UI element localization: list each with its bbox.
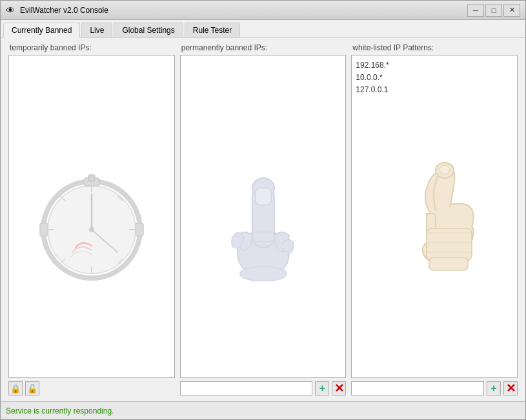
whitelist-input[interactable]	[351, 381, 484, 395]
status-bar: Service is currently responding.	[1, 401, 525, 419]
minimize-button[interactable]: ─	[467, 4, 484, 17]
svg-rect-4	[40, 223, 48, 236]
tab-rule-tester[interactable]: Rule Tester	[185, 23, 240, 37]
stopwatch-image	[9, 55, 174, 377]
whitelist-item-2[interactable]: 127.0.0.1	[356, 84, 389, 96]
svg-rect-31	[429, 257, 468, 270]
perm-banned-add-button[interactable]: +	[315, 381, 329, 395]
tab-global-settings[interactable]: Global Settings	[114, 23, 183, 37]
app-icon: 👁	[6, 5, 16, 15]
main-content: temporarily banned IPs:	[1, 38, 525, 401]
temp-banned-label: temporarily banned IPs:	[8, 43, 175, 52]
perm-banned-input[interactable]	[180, 381, 313, 395]
window-controls: ─ □ ✕	[467, 4, 520, 17]
whitelist-controls: + ✕	[351, 381, 518, 396]
whitelist-add-button[interactable]: +	[487, 381, 501, 395]
middle-finger-image	[181, 55, 346, 377]
lock-closed-icon[interactable]: 🔒	[8, 381, 23, 395]
thumbsup-image	[352, 55, 517, 377]
temp-banned-panel: temporarily banned IPs:	[6, 43, 177, 396]
tab-live[interactable]: Live	[81, 23, 112, 37]
main-window: 👁 EvilWatcher v2.0 Console ─ □ ✕ Current…	[0, 0, 526, 420]
whitelist-label: white-listed IP Patterns:	[351, 43, 518, 52]
perm-banned-list[interactable]	[180, 55, 347, 378]
svg-point-16	[89, 227, 94, 232]
svg-rect-3	[88, 175, 95, 181]
svg-point-23	[239, 266, 286, 281]
title-bar: 👁 EvilWatcher v2.0 Console ─ □ ✕	[1, 1, 525, 20]
status-text: Service is currently responding.	[6, 406, 114, 415]
tab-bar: Currently Banned Live Global Settings Ru…	[1, 20, 525, 38]
tab-currently-banned[interactable]: Currently Banned	[3, 23, 80, 38]
svg-point-27	[440, 165, 450, 174]
svg-rect-22	[255, 188, 271, 205]
svg-rect-5	[136, 223, 143, 236]
maximize-button[interactable]: □	[485, 4, 502, 17]
perm-banned-panel: permanently banned IPs:	[177, 43, 349, 396]
whitelist-item-0[interactable]: 192.168.*	[356, 59, 389, 72]
whitelist-list[interactable]: 192.168.* 10.0.0.* 127.0.0.1	[351, 55, 518, 378]
lock-open-icon[interactable]: 🔓	[25, 381, 39, 395]
perm-banned-label: permanently banned IPs:	[180, 43, 347, 52]
whitelist-items-container: 192.168.* 10.0.0.* 127.0.0.1	[356, 59, 389, 97]
temp-banned-list[interactable]	[8, 55, 175, 378]
whitelist-remove-button[interactable]: ✕	[503, 381, 518, 395]
perm-banned-controls: + ✕	[180, 381, 347, 396]
perm-banned-remove-button[interactable]: ✕	[332, 381, 346, 395]
whitelist-panel: white-listed IP Patterns: 192.168.* 10.0…	[349, 43, 520, 396]
whitelist-item-1[interactable]: 10.0.0.*	[356, 72, 389, 84]
close-button[interactable]: ✕	[503, 4, 520, 17]
panels-container: temporarily banned IPs:	[6, 43, 520, 396]
window-title: EvilWatcher v2.0 Console	[20, 6, 467, 15]
temp-banned-controls: 🔒 🔓	[8, 381, 175, 396]
